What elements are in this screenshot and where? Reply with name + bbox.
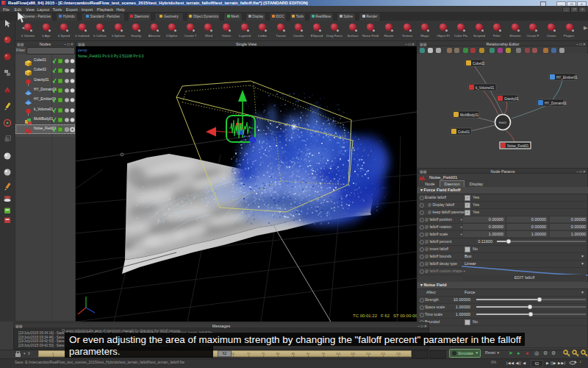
svg-text:HY_Domain01: HY_Domain01 [545, 102, 567, 105]
svg-text:Noise_Field01 Px:0.0 Py:2.5110: Noise_Field01 Px:0.0 Py:2.51108 Pz:0.0 [78, 54, 144, 58]
svg-text:Hub01: Hub01 [499, 121, 507, 124]
svg-text:Cube02: Cube02 [473, 62, 485, 66]
svg-text:k_Volume01: k_Volume01 [476, 86, 495, 90]
svg-text:Noise_Field01: Noise_Field01 [507, 144, 529, 148]
svg-text:Gravity01: Gravity01 [504, 97, 519, 101]
svg-text:MultiBody01: MultiBody01 [460, 113, 479, 117]
svg-text:Cube01: Cube01 [458, 130, 470, 134]
svg-text:persp: persp [78, 48, 87, 52]
svg-text:TC 00:01:22 F 62 ST 00:00:: TC 00:01:22 F 62 ST 00:00:00 [353, 314, 417, 318]
svg-text:HY_Emitter01: HY_Emitter01 [556, 76, 578, 79]
